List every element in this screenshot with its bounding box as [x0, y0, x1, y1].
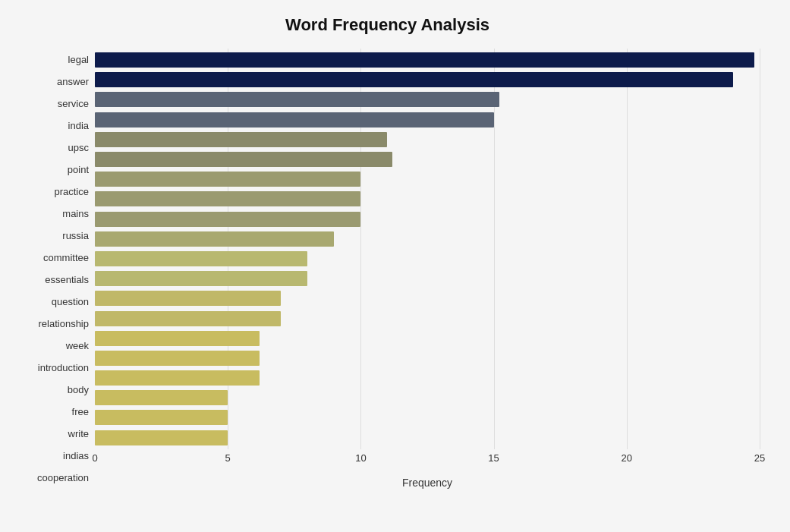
x-axis-title: Frequency: [95, 477, 760, 489]
bar-row-legal: [95, 51, 760, 69]
x-label-25: 25: [754, 452, 765, 464]
grid-line-25: [760, 49, 760, 449]
bar-row-committee: [95, 230, 760, 248]
bar-cooperation: [95, 430, 228, 445]
grid-and-bars: [95, 49, 760, 449]
y-label-body: body: [68, 380, 89, 400]
bar-row-point: [95, 150, 760, 168]
y-label-relationship: relationship: [39, 314, 90, 334]
bar-question: [95, 271, 307, 286]
bar-relationship: [95, 291, 281, 306]
bar-row-write: [95, 389, 760, 407]
bar-practice: [95, 172, 360, 187]
y-label-mains: mains: [62, 204, 89, 224]
bar-write: [95, 390, 228, 405]
bar-row-body: [95, 349, 760, 367]
y-label-russia: russia: [62, 226, 89, 246]
bar-row-week: [95, 310, 760, 328]
bars-and-grid: 0510152025 Frequency: [95, 49, 760, 489]
bar-india: [95, 112, 494, 127]
bar-row-cooperation: [95, 429, 760, 447]
bar-week: [95, 311, 281, 326]
y-axis: legalanswerserviceindiaupscpointpractice…: [15, 49, 95, 489]
bar-mains: [95, 191, 360, 206]
bar-answer: [95, 72, 733, 87]
bar-row-russia: [95, 210, 760, 228]
bar-row-practice: [95, 170, 760, 188]
chart-container: Word Frequency Analysis legalanswerservi…: [0, 0, 790, 532]
bar-row-relationship: [95, 289, 760, 307]
x-label-15: 15: [488, 452, 499, 464]
bar-essentials: [95, 251, 307, 266]
chart-area: legalanswerserviceindiaupscpointpractice…: [15, 49, 760, 489]
y-label-week: week: [66, 336, 89, 356]
y-label-free: free: [72, 402, 89, 422]
bar-free: [95, 370, 260, 386]
y-label-write: write: [68, 424, 89, 444]
y-label-cooperation: cooperation: [37, 468, 89, 488]
y-label-committee: committee: [43, 248, 89, 268]
bar-row-service: [95, 90, 760, 109]
x-label-5: 5: [225, 452, 231, 464]
x-label-10: 10: [355, 452, 366, 464]
y-label-service: service: [58, 94, 89, 114]
chart-title: Word Frequency Analysis: [15, 15, 760, 35]
bar-introduction: [95, 331, 260, 346]
bar-legal: [95, 52, 754, 68]
bar-row-upsc: [95, 131, 760, 149]
y-label-upsc: upsc: [68, 138, 89, 158]
bar-indias: [95, 410, 228, 425]
bar-row-india: [95, 111, 760, 129]
bar-row-mains: [95, 190, 760, 208]
bar-point: [95, 152, 392, 167]
y-label-introduction: introduction: [38, 358, 89, 378]
bar-row-essentials: [95, 250, 760, 268]
x-label-0: 0: [92, 452, 97, 464]
bar-upsc: [95, 132, 387, 147]
bar-body: [95, 351, 260, 366]
x-axis-labels: 0510152025: [95, 452, 760, 471]
bar-russia: [95, 212, 360, 227]
y-label-india: india: [68, 116, 89, 136]
bar-service: [95, 92, 499, 107]
y-label-practice: practice: [54, 182, 89, 202]
y-label-question: question: [52, 292, 89, 312]
y-label-answer: answer: [57, 72, 89, 92]
bar-row-indias: [95, 408, 760, 427]
bars-wrapper: [95, 49, 760, 449]
x-label-20: 20: [622, 452, 632, 464]
bar-row-free: [95, 369, 760, 387]
y-label-indias: indias: [63, 446, 89, 466]
bar-row-question: [95, 269, 760, 288]
bar-committee: [95, 231, 334, 247]
y-label-point: point: [68, 160, 89, 180]
y-label-legal: legal: [68, 50, 89, 70]
bar-row-introduction: [95, 329, 760, 348]
bar-row-answer: [95, 71, 760, 89]
y-label-essentials: essentials: [45, 270, 89, 290]
